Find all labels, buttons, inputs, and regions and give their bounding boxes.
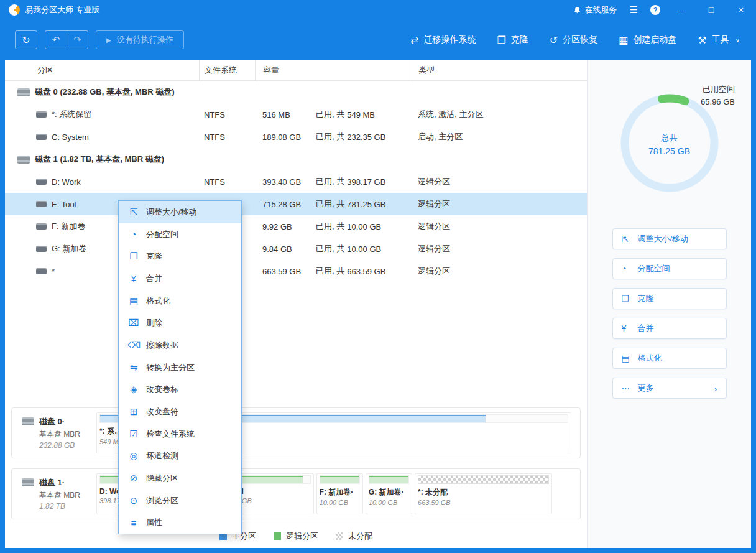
disk-label: 磁盘 0 (232.88 GB, 基本盘, MBR 磁盘) — [35, 86, 175, 98]
capacity-used: 189.08 GB — [262, 132, 316, 142]
menu-item-change-label[interactable]: ◈ 改变卷标 — [119, 379, 241, 401]
sidebar-button-clone[interactable]: ❐ 克隆 — [612, 288, 727, 309]
menu-item-label: 改变卷标 — [146, 384, 178, 395]
refresh-button[interactable]: ↻ — [15, 30, 37, 49]
pending-operations-button[interactable]: ▶ 没有待执行操作 — [96, 30, 184, 49]
table-row-f-volume[interactable]: F: 新加卷 NTFS 9.92 GB已用, 共10.00 GB 逻辑分区 — [5, 215, 587, 238]
column-header-filesystem: 文件系统 — [199, 60, 255, 80]
menu-item-hide-partition[interactable]: ⊘ 隐藏分区 — [119, 467, 241, 490]
capacity-cell: 715.28 GB已用, 共781.25 GB — [255, 198, 412, 210]
explore-partition-icon: ⊙ — [127, 495, 140, 506]
sidebar-button-format[interactable]: ▤ 格式化 — [612, 348, 727, 369]
context-menu: ⇱ 调整大小/移动 ◔ 分配空间 ❐ 克隆 ¥ 合并 ▤ 格式化 ⌧ 删除 ⌫ … — [118, 200, 242, 534]
type-cell: 系统, 激活, 主分区 — [412, 109, 587, 120]
sidebar-button-label: 调整大小/移动 — [638, 233, 689, 244]
undo-button[interactable]: ↶ — [45, 34, 67, 45]
table-row-disk1[interactable]: 磁盘 1 (1.82 TB, 基本盘, MBR 磁盘) — [5, 148, 587, 170]
partition-icon — [36, 223, 47, 230]
menu-item-convert-to-primary[interactable]: ⇋ 转换为主分区 — [119, 356, 241, 379]
partition-recovery-button[interactable]: ↺ 分区恢复 — [550, 34, 597, 46]
table-row-unallocated[interactable]: * 663.59 GB已用, 共663.59 GB 逻辑分区 — [5, 260, 587, 282]
disk-icon — [17, 88, 30, 96]
partition-name: F: 新加卷 — [52, 221, 85, 232]
capacity-used: 715.28 GB — [262, 200, 316, 209]
clone-button[interactable]: ❐ 克隆 — [497, 34, 528, 46]
maximize-button[interactable]: □ — [703, 0, 720, 20]
close-button[interactable]: × — [732, 0, 750, 20]
type-cell: 逻辑分区 — [412, 266, 587, 277]
partition-icon — [36, 268, 47, 274]
disk-size: 1.82 TB — [39, 502, 80, 511]
partition-block-f-volume[interactable]: F: 新加卷· 10.00 GB — [316, 473, 363, 514]
menu-item-label: 删除 — [146, 317, 162, 328]
total-value: 781.25 GB — [648, 146, 690, 156]
tools-button[interactable]: ⚒ 工具 ∨ — [698, 34, 740, 46]
partition-recovery-label: 分区恢复 — [563, 34, 597, 45]
disk-label: 磁盘 1 (1.82 TB, 基本盘, MBR 磁盘) — [35, 154, 164, 165]
table-row-e-tool-selected[interactable]: E: Tool NTFS 715.28 GB已用, 共781.25 GB 逻辑分… — [5, 193, 587, 215]
app-title: 易我分区大师 专业版 — [25, 4, 100, 16]
undo-redo-group: ↶ ↷ — [45, 30, 88, 49]
menu-item-check-file-system[interactable]: ☑ 检查文件系统 — [119, 423, 241, 445]
capacity-total: 10.00 GB — [347, 222, 381, 231]
create-boot-disk-label: 创建启动盘 — [633, 34, 676, 45]
table-row-d-work[interactable]: D: Work NTFS 393.40 GB已用, 共398.17 GB 逻辑分… — [5, 170, 587, 193]
capacity-infix: 已用, 共 — [316, 243, 344, 254]
redo-button[interactable]: ↷ — [67, 34, 88, 45]
partition-name: E: Tool — [52, 200, 76, 209]
more-icon: ⋯ — [622, 383, 633, 393]
type-cell: 逻辑分区 — [412, 198, 587, 210]
wrench-icon: ⚒ — [698, 34, 706, 46]
online-service-label: 在线服务 — [585, 4, 617, 16]
menu-item-allocate-space[interactable]: ◔ 分配空间 — [119, 223, 241, 246]
sidebar-actions: ⇱ 调整大小/移动 ◔ 分配空间 ❐ 克隆 ¥ 合并 ▤ 格式化 — [588, 228, 751, 399]
capacity-cell: 393.40 GB已用, 共398.17 GB — [255, 176, 412, 187]
online-service-button[interactable]: 在线服务 — [573, 4, 617, 16]
play-icon: ▶ — [106, 37, 111, 44]
table-row-disk0[interactable]: 磁盘 0 (232.88 GB, 基本盘, MBR 磁盘) — [5, 81, 587, 103]
menu-item-explore-partition[interactable]: ⊙ 浏览分区 — [119, 490, 241, 512]
menu-item-delete[interactable]: ⌧ 删除 — [119, 312, 241, 334]
minimize-button[interactable]: — — [673, 0, 690, 20]
sidebar-button-allocate-space[interactable]: ◔ 分配空间 — [612, 258, 727, 279]
table-row-c-system[interactable]: C: System NTFS 189.08 GB已用, 共232.35 GB 启… — [5, 126, 587, 148]
migrate-os-icon: ⇄ — [410, 34, 418, 46]
sidebar-button-label: 分配空间 — [638, 263, 670, 274]
disk-icon — [22, 417, 34, 425]
disk-icon — [22, 478, 34, 486]
menu-item-surface-test[interactable]: ◎ 坏道检测 — [119, 445, 241, 468]
disk-kind: 基本盘 MBR — [39, 490, 80, 501]
sidebar-button-more[interactable]: ⋯ 更多 › — [612, 378, 727, 399]
disk-map-row-disk0: 磁盘 0· 基本盘 MBR 232.88 GB *: 系统保留 549 MB — [11, 407, 581, 458]
menu-item-label: 隐藏分区 — [146, 473, 178, 484]
partition-block-g-volume[interactable]: G: 新加卷· 10.00 GB — [366, 473, 412, 514]
create-boot-disk-button[interactable]: ▦ 创建启动盘 — [619, 34, 676, 46]
pending-operations-label: 没有待执行操作 — [117, 34, 173, 45]
menu-item-clone[interactable]: ❐ 克隆 — [119, 245, 241, 267]
table-row-system-reserved[interactable]: *: 系统保留 NTFS 516 MB已用, 共549 MB 系统, 激活, 主… — [5, 103, 587, 126]
fs-cell: NTFS — [199, 132, 255, 142]
table-row-g-volume[interactable]: G: 新加卷 NTFS 9.84 GB已用, 共10.00 GB 逻辑分区 — [5, 238, 587, 260]
sidebar-button-merge[interactable]: ¥ 合并 — [612, 318, 727, 339]
menu-item-label: 分配空间 — [146, 229, 178, 240]
type-cell: 逻辑分区 — [412, 243, 587, 254]
menu-item-resize-move[interactable]: ⇱ 调整大小/移动 — [119, 201, 241, 223]
change-drive-letter-icon: ⊞ — [127, 406, 140, 417]
sidebar-button-resize-move[interactable]: ⇱ 调整大小/移动 — [612, 228, 727, 249]
menu-item-merge[interactable]: ¥ 合并 — [119, 267, 241, 290]
change-label-icon: ◈ — [127, 384, 140, 395]
menu-item-change-drive-letter[interactable]: ⊞ 改变盘符 — [119, 401, 241, 423]
legend: 主分区 逻辑分区 未分配 — [11, 527, 581, 546]
help-icon[interactable]: ? — [650, 5, 660, 15]
operations-list-icon[interactable]: ☰ — [630, 4, 638, 16]
partition-block-unallocated[interactable]: *: 未分配 663.59 GB — [415, 473, 552, 514]
chevron-down-icon: ∨ — [735, 37, 740, 44]
disk-map: 磁盘 0· 基本盘 MBR 232.88 GB *: 系统保留 549 MB — [11, 407, 581, 546]
format-icon: ▤ — [622, 353, 633, 363]
disk-info: 磁盘 1· 基本盘 MBR 1.82 TB — [12, 469, 94, 519]
migrate-os-button[interactable]: ⇄ 迁移操作系统 — [410, 34, 476, 46]
create-boot-disk-icon: ▦ — [619, 34, 628, 46]
menu-item-wipe-data[interactable]: ⌫ 擦除数据 — [119, 334, 241, 356]
menu-item-properties[interactable]: ≡ 属性 — [119, 512, 241, 534]
menu-item-format[interactable]: ▤ 格式化 — [119, 290, 241, 312]
